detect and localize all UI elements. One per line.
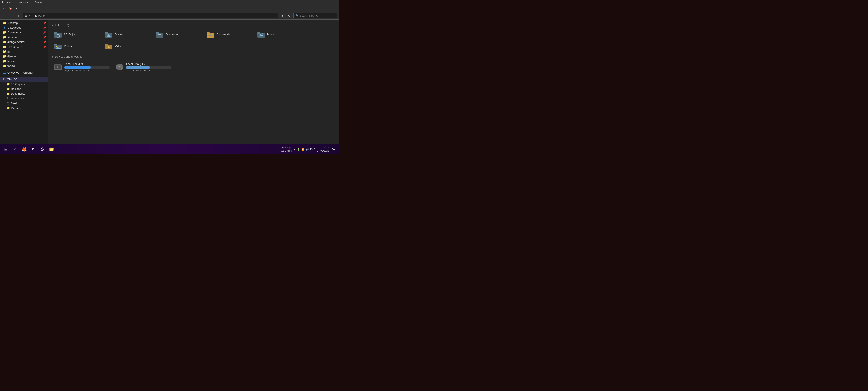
drives-section-header[interactable]: ▼ Devices and drives (2) [51, 55, 335, 58]
svg-rect-3 [105, 32, 108, 34]
drive-d-bar-fill [126, 66, 150, 68]
sidebar-item-thispc-documents[interactable]: 📁 Documents [0, 91, 48, 96]
sidebar-label-pictures: Pictures [7, 36, 18, 39]
folder-item-documents[interactable]: Documents [153, 29, 203, 40]
thispc-download-icon: ⬇ [6, 97, 9, 100]
arrow-up-icon[interactable]: ▲ [293, 148, 296, 150]
qa-bookmark[interactable]: 🔖 [8, 6, 12, 11]
drive-d-bar-bg [126, 66, 171, 68]
path-thispc[interactable]: This PC [32, 14, 42, 17]
drives-count: (2) [80, 55, 84, 58]
folder-item-music[interactable]: Music [254, 29, 304, 40]
volume-icon[interactable]: 🔊 [306, 148, 309, 151]
drive-item-c[interactable]: Local Disk (C:) 82,3 GB free of 194 GB [51, 60, 112, 74]
firefox-icon: 🦊 [22, 147, 27, 152]
sidebar-item-thispc-desktop[interactable]: 📁 Desktop [0, 86, 48, 91]
sidebar-item-downloads[interactable]: ⬇ Downloads 📌 [0, 25, 48, 30]
search-box[interactable]: 🔍 Search This PC [293, 13, 337, 19]
back-button[interactable]: ← [2, 13, 7, 19]
folder-desktop-grid-icon [104, 30, 113, 38]
drive-d-name: Local Disk (D:) [126, 62, 171, 65]
dropdown-btn[interactable]: ▼ [279, 13, 285, 19]
network-speed-down: 11,5 kbps [281, 149, 292, 152]
pin-icon-django-docker: 📌 [43, 41, 46, 43]
folder-downloads-grid-icon [206, 30, 215, 38]
svg-point-15 [261, 35, 263, 36]
sidebar-item-thispc[interactable]: 🖥 This PC [0, 77, 48, 82]
folder-pictures-grid-icon [54, 42, 62, 50]
main-area: 📁 Desktop 📌 ⬇ Downloads 📌 📁 Documents 📌 … [0, 20, 339, 147]
svg-point-14 [259, 35, 260, 37]
ribbon-tab-network[interactable]: Network [19, 1, 28, 4]
firefox-button[interactable]: 🦊 [20, 145, 28, 153]
folder-pictures-label: Pictures [64, 45, 74, 48]
sidebar-item-topics[interactable]: 📁 topics [0, 63, 48, 68]
refresh-button[interactable]: ↻ [286, 13, 292, 19]
folder-music-icon: 🎵 [6, 102, 9, 105]
folder-item-3dobjects[interactable]: 3D Objects [51, 29, 101, 40]
settings-icon: ⚙ [40, 147, 44, 152]
sidebar-item-thispc-music[interactable]: 🎵 Music [0, 101, 48, 106]
qa-checkbox[interactable]: ☑ [2, 6, 6, 11]
folders-section-header[interactable]: ▼ Folders (7) [51, 24, 335, 27]
folder-django-docker-icon: 📁 [3, 40, 6, 44]
sidebar-label-bin: bin [7, 50, 11, 53]
sidebar-item-django[interactable]: 📁 django [0, 54, 48, 59]
folder-documents-icon: 📁 [3, 31, 6, 34]
drive-item-d[interactable]: Local Disk (D:) 134 GB free of 281 GB [113, 60, 174, 74]
sidebar-item-django-docker[interactable]: 📁 django-docker 📌 [0, 39, 48, 44]
sidebar-item-thispc-pictures[interactable]: 📁 Pictures [0, 106, 48, 110]
forward-button[interactable]: → [9, 13, 14, 19]
folder-3dobjects-icon: 📁 [6, 82, 9, 86]
svg-rect-7 [158, 34, 161, 34]
sidebar-label-django-docker: django-docker [7, 40, 25, 44]
drives-label: Devices and drives [55, 55, 79, 58]
download-icon: ⬇ [3, 26, 6, 29]
sidebar-label-onedrive: OneDrive - Personal [7, 71, 33, 74]
sidebar-item-thispc-downloads[interactable]: ⬇ Downloads [0, 96, 48, 101]
settings-button[interactable]: ⚙ [38, 145, 46, 153]
sidebar-item-projects[interactable]: 📁 PROJECTS 📌 [0, 44, 48, 49]
search-placeholder: Search This PC [300, 14, 318, 17]
sidebar-item-desktop[interactable]: 📁 Desktop 📌 [0, 21, 48, 25]
ribbon-tab-system[interactable]: System [34, 1, 43, 4]
language-indicator[interactable]: ENG [310, 148, 315, 150]
filemanager-button[interactable]: 📁 [47, 145, 56, 153]
clock-date: 27/01/2023 [317, 149, 329, 152]
up-button[interactable]: ↑ [16, 13, 21, 19]
sidebar-item-howto[interactable]: 📁 howto [0, 59, 48, 63]
folder-item-pictures[interactable]: Pictures [51, 40, 101, 52]
folder-item-downloads[interactable]: Downloads [204, 29, 253, 40]
clock[interactable]: 09:24 27/01/2023 [317, 146, 329, 153]
sys-icons: ▲ 🔋 📶 🔊 ENG [293, 148, 315, 151]
folder-downloads-label: Downloads [216, 33, 230, 36]
drive-c-bar-fill [64, 66, 91, 68]
folder-item-videos[interactable]: Videos [102, 40, 152, 52]
folder-bin-icon: 📁 [3, 50, 6, 53]
start-button[interactable]: ⊞ [2, 145, 10, 153]
remote-icon: 🖥 [31, 147, 35, 151]
folder-thispc-documents-icon: 📁 [6, 92, 9, 95]
sidebar-label-thispc-pictures: Pictures [11, 107, 21, 110]
ribbon-tabs: Location Network System [2, 1, 43, 4]
folder-3dobjects-grid-icon [54, 30, 62, 38]
address-path[interactable]: 🖥 ► This PC ► [23, 13, 278, 19]
notification-button[interactable]: 🗨 [331, 146, 337, 152]
taskview-button[interactable]: ⧉ [11, 145, 19, 153]
sidebar-item-pictures[interactable]: 📁 Pictures 📌 [0, 35, 48, 39]
drive-c-icon [54, 63, 62, 71]
sidebar-item-documents[interactable]: 📁 Documents 📌 [0, 30, 48, 35]
folder-item-desktop[interactable]: Desktop [102, 29, 152, 40]
ribbon-tab-location[interactable]: Location [2, 1, 12, 4]
search-icon: 🔍 [295, 14, 299, 17]
remote-button[interactable]: 🖥 [29, 145, 37, 153]
sidebar-item-3dobjects[interactable]: 📁 3D Objects [0, 82, 48, 86]
start-icon: ⊞ [4, 147, 8, 152]
folder-topics-icon: 📁 [3, 64, 6, 67]
sidebar-label-thispc-downloads: Downloads [11, 97, 25, 100]
folder-videos-label: Videos [115, 45, 123, 48]
sidebar-item-bin[interactable]: 📁 bin [0, 49, 48, 54]
taskbar: ⊞ ⧉ 🦊 🖥 ⚙ 📁 31,4 kbps 11,5 kbps ▲ 🔋 📶 🔊 … [0, 144, 339, 154]
sidebar-item-onedrive[interactable]: ☁ OneDrive - Personal [0, 70, 48, 75]
qa-dropdown[interactable]: ▾ [14, 6, 19, 11]
